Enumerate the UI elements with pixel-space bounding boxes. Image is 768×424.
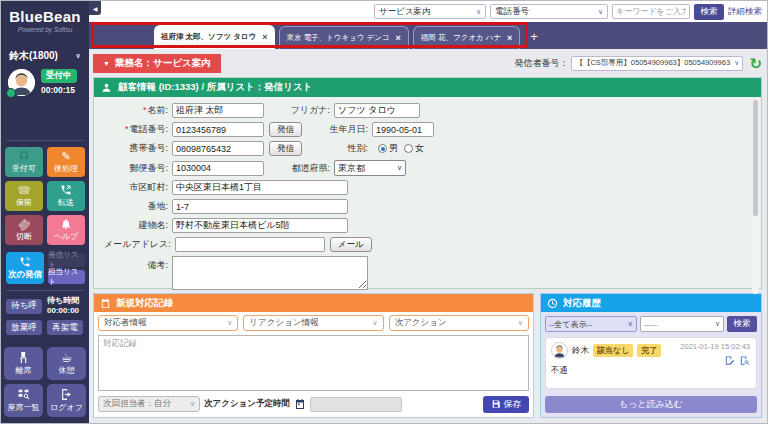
reaction-select[interactable]: リアクション情報 ∨	[243, 315, 383, 331]
break-button[interactable]: ☕ 休憩	[47, 347, 86, 380]
building-field[interactable]	[172, 218, 348, 233]
transfer-button[interactable]: 転送	[47, 181, 85, 211]
tab-customer-2[interactable]: 東京 電子、トウキョウ デンコ ×	[279, 26, 409, 49]
name-label: *名前:	[104, 104, 172, 117]
hold-label: 保留	[16, 197, 32, 208]
save-button-label: 保存	[504, 398, 522, 411]
phone-field[interactable]	[172, 122, 264, 137]
keyword-input[interactable]	[612, 4, 690, 19]
customer-form: *名前: フリガナ: *電話番号: 発信 生年月日:	[94, 97, 761, 296]
refresh-icon[interactable]: ↻	[749, 56, 762, 71]
next-call-button[interactable]: 次の発信	[6, 252, 44, 284]
load-more-button[interactable]: もっと読み込む	[545, 396, 757, 413]
required-mark: *	[125, 124, 129, 134]
load-more-label: もっと読み込む	[619, 398, 683, 411]
record-textarea[interactable]	[98, 335, 529, 391]
furigana-field[interactable]	[334, 103, 420, 118]
next-action-time-input[interactable]	[310, 397, 402, 412]
history-entry-card[interactable]: 鈴木 該当なし 完了 2021-01-19 15:02:43	[545, 337, 757, 389]
chevron-down-icon: ∨	[190, 400, 195, 408]
agent-menu[interactable]: 鈴木(1800) ∨	[1, 47, 89, 63]
history-filter-select-2[interactable]: ----- ∨	[640, 316, 724, 332]
call-phone-button[interactable]: 発信	[269, 122, 302, 137]
caller-id-select[interactable]: 【【CS部専用】05054909963】05054909963 ∨	[571, 56, 743, 71]
divider	[6, 290, 84, 291]
view-record-icon[interactable]	[739, 355, 750, 366]
next-person-select[interactable]: 次回担当者：自分 ∨	[98, 396, 200, 412]
accept-label: 受付可	[12, 163, 36, 174]
note-field[interactable]	[172, 256, 368, 290]
help-label: ヘルプ	[54, 231, 79, 242]
next-action-select[interactable]: 次アクション ∨	[389, 315, 529, 331]
gender-male-radio[interactable]	[378, 144, 387, 153]
history-search-button[interactable]: 検索	[727, 316, 757, 332]
edit-record-icon[interactable]	[724, 355, 735, 366]
transfer-label: 転送	[58, 197, 74, 208]
call-list-button[interactable]: 発信リスト	[48, 253, 85, 267]
after-call-button[interactable]: ✎ 後処理	[47, 147, 85, 177]
email-field[interactable]	[175, 237, 325, 252]
mobile-label: 携帯番号:	[104, 142, 172, 155]
next-person-value: 次回担当者：自分	[103, 398, 171, 410]
save-button[interactable]: 保存	[483, 396, 529, 413]
accept-button[interactable]: 受付可	[5, 147, 43, 177]
phone-label: *電話番号:	[104, 123, 172, 136]
gender-label: 性別:	[314, 142, 372, 155]
seat-list-button[interactable]: 座席一覧	[4, 384, 43, 417]
chevron-down-icon: ∨	[476, 8, 481, 16]
call-control-grid: 受付可 ✎ 後処理 ☎ 保留 転送 ☎ 切断 ヘルプ	[1, 147, 89, 245]
calendar-picker-icon[interactable]	[294, 398, 306, 410]
after-call-label: 後処理	[54, 163, 78, 174]
responder-select[interactable]: 対応者情報 ∨	[98, 315, 238, 331]
search-button[interactable]: 検索	[694, 4, 724, 20]
help-button[interactable]: ヘルプ	[47, 215, 85, 245]
call-mobile-button[interactable]: 発信	[269, 141, 302, 156]
gender-male-label: 男	[389, 142, 398, 155]
sidebar-collapse-button[interactable]: ◀	[89, 1, 101, 15]
prefecture-select[interactable]: 東京都 ∨	[334, 160, 406, 176]
person-icon	[101, 82, 112, 93]
tab-customer-3[interactable]: 福岡 花、フクオカ ハナ ×	[413, 26, 521, 49]
wait-time-label: 待ち時間	[47, 296, 79, 306]
mobile-field[interactable]	[172, 141, 264, 156]
block-label: 番地:	[104, 200, 172, 213]
waiting-calls-button[interactable]: 待ち呼	[6, 299, 42, 314]
clock-icon	[547, 298, 558, 309]
search-field-select[interactable]: 電話番号 ∨	[490, 4, 608, 19]
block-field[interactable]	[172, 199, 348, 214]
close-icon[interactable]: ×	[396, 33, 401, 43]
logoff-button[interactable]: ログオフ	[47, 384, 86, 417]
add-tab-button[interactable]: +	[530, 29, 538, 44]
close-icon[interactable]: ×	[262, 32, 267, 42]
wait-time-value: 00:00:00	[47, 306, 79, 316]
logout-door-icon	[60, 388, 73, 401]
business-select[interactable]: サービス案内 ∨	[374, 4, 486, 19]
business-banner[interactable]: ▼ 業務名：サービス案内	[93, 54, 221, 73]
scrollbar-thumb[interactable]	[753, 100, 758, 216]
history-filter-select[interactable]: --全て表示-- ∨	[545, 316, 637, 332]
recall-button[interactable]: 再架電	[47, 320, 83, 335]
tab-customer-1[interactable]: 祖府津 太郎、ソフツ タロウ ×	[154, 25, 275, 49]
close-icon[interactable]: ×	[507, 33, 512, 43]
hold-button[interactable]: ☎ 保留	[5, 181, 43, 211]
session-grid: 離席 ☕ 休憩 座席一覧 ログオフ	[1, 347, 89, 423]
chair-icon	[17, 351, 30, 364]
disconnect-button[interactable]: ☎ 切断	[5, 215, 43, 245]
away-label: 離席	[16, 365, 32, 376]
wait-time-block: 待ち時間 00:00:00	[47, 296, 79, 316]
birth-field[interactable]	[372, 122, 434, 137]
name-field[interactable]	[172, 103, 264, 118]
advanced-search-link[interactable]: 詳細検索	[728, 6, 762, 18]
abandoned-calls-button[interactable]: 放棄呼	[6, 320, 42, 335]
zip-field[interactable]	[172, 161, 264, 176]
break-label: 休憩	[59, 365, 75, 376]
next-action-time-label: 次アクション予定時間	[204, 398, 290, 410]
away-button[interactable]: 離席	[4, 347, 43, 380]
mail-button[interactable]: メール	[330, 237, 372, 252]
business-select-value: サービス案内	[379, 6, 431, 18]
gender-female-radio[interactable]	[404, 144, 413, 153]
assigned-list-button[interactable]: 担当リスト	[48, 270, 85, 284]
city-field[interactable]	[172, 180, 348, 195]
form-scrollbar[interactable]	[752, 99, 759, 294]
business-banner-label: 業務名：サービス案内	[115, 57, 211, 70]
